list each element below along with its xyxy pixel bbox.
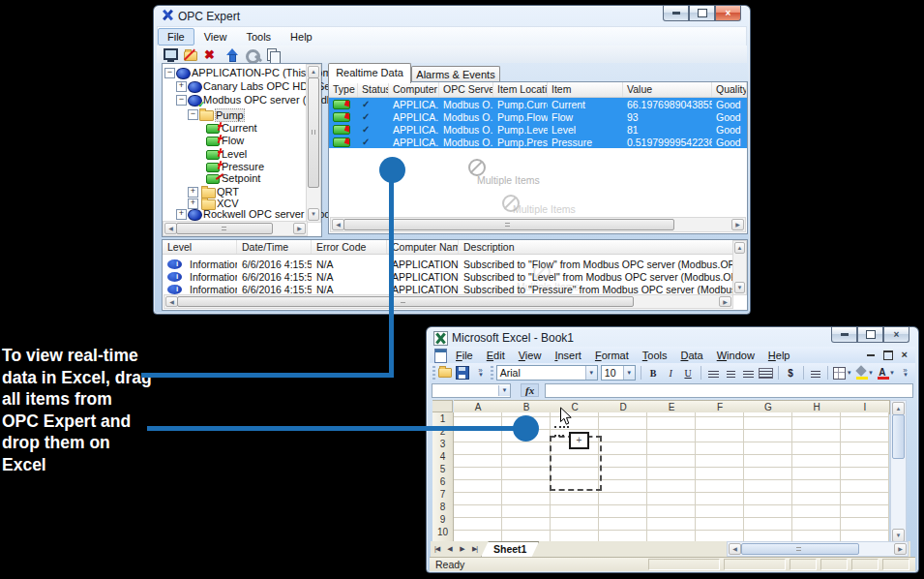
column-header[interactable]: Item — [548, 82, 623, 97]
settings-button[interactable] — [245, 48, 259, 61]
scroll-right-button[interactable]: ▶ — [719, 296, 731, 307]
minimize-button[interactable] — [663, 6, 689, 21]
menu-file[interactable]: File — [158, 28, 194, 46]
row-header-10[interactable]: 10 — [432, 526, 454, 539]
column-header[interactable]: Date/Time — [237, 240, 312, 254]
scroll-thumb[interactable] — [892, 414, 905, 459]
open-button[interactable] — [438, 366, 453, 381]
column-header[interactable]: Item Location — [493, 82, 548, 97]
tree-toggle[interactable]: + — [176, 81, 187, 92]
tree-row[interactable]: Level — [163, 148, 307, 160]
font-name-select[interactable]: Arial▼ — [496, 365, 598, 381]
import-button[interactable] — [224, 48, 239, 61]
font-size-select[interactable]: 10▼ — [601, 365, 636, 381]
table-row[interactable]: ✓ APPLICA... Modbus O... Pump.Flow Flow … — [329, 110, 747, 123]
doc-minimize-icon[interactable] — [867, 354, 875, 356]
connect-button[interactable] — [164, 48, 178, 61]
column-header[interactable]: Error Code — [312, 240, 387, 254]
tree-row[interactable]: −APPLICATION-PC (This Compu — [163, 67, 307, 78]
row-header-9[interactable]: 9 — [432, 513, 454, 527]
delete-button[interactable]: ✖ — [204, 48, 219, 61]
prev-sheet-button[interactable]: ◀ — [443, 545, 456, 553]
column-header[interactable]: Computer Name — [387, 240, 459, 254]
tree-toggle[interactable]: − — [188, 109, 198, 120]
menu-help[interactable]: Help — [761, 349, 797, 362]
formula-input[interactable] — [545, 383, 913, 398]
save-button[interactable] — [456, 366, 470, 381]
menu-data[interactable]: Data — [673, 349, 709, 362]
toolbar-options-button[interactable]: »▼ — [473, 366, 488, 381]
column-header[interactable]: Quality — [712, 82, 747, 97]
tree-row[interactable]: Flow — [163, 135, 307, 146]
tree-row[interactable]: +Rockwell OPC server (Rock — [163, 208, 307, 220]
opc-titlebar[interactable]: OPC Expert — [154, 6, 750, 26]
row-header-8[interactable]: 8 — [432, 501, 454, 514]
scroll-right-button[interactable]: ▶ — [731, 219, 744, 230]
last-sheet-button[interactable]: ▶| — [468, 545, 481, 553]
select-all-corner[interactable] — [432, 400, 453, 412]
row-header-1[interactable]: 1 — [432, 412, 454, 426]
align-left-button[interactable] — [706, 366, 721, 381]
tree-row[interactable]: +QRT — [163, 186, 307, 198]
menu-help[interactable]: Help — [281, 28, 322, 46]
scroll-left-button[interactable]: ◀ — [729, 543, 741, 555]
column-header[interactable]: Level — [163, 240, 237, 254]
italic-button[interactable]: I — [664, 366, 678, 381]
merge-center-button[interactable] — [759, 366, 773, 381]
scroll-down-button[interactable]: ▼ — [308, 208, 319, 221]
toolbar-grip[interactable] — [432, 366, 435, 380]
grid-hscrollbar[interactable]: ◀ ▶ — [727, 541, 909, 557]
log-vscrollbar[interactable]: ▲ ▼ — [732, 240, 747, 295]
tree-item-label[interactable]: Current — [222, 122, 257, 134]
tree-toggle[interactable]: + — [188, 187, 198, 198]
row-header-6[interactable]: 6 — [432, 475, 454, 489]
scroll-thumb[interactable] — [741, 543, 859, 555]
tree-vscrollbar[interactable]: ▲ ▼ — [306, 64, 321, 223]
tab-realtime-data[interactable]: Realtime Data — [328, 63, 411, 83]
tree-hscrollbar[interactable]: ◀ ▶ — [163, 221, 308, 236]
insert-function-button[interactable]: fx — [521, 383, 539, 397]
log-row[interactable]: iInformation 6/6/2016 4:15:5... N/A APPL… — [163, 270, 734, 283]
grid-vscrollbar[interactable]: ▲ ▼ — [890, 400, 907, 544]
menu-view[interactable]: View — [194, 28, 237, 46]
row-header-3[interactable]: 3 — [432, 438, 454, 451]
maximize-button[interactable] — [689, 6, 715, 21]
copy-button[interactable] — [265, 48, 280, 61]
font-color-button[interactable]: A▼ — [877, 366, 895, 381]
scroll-thumb[interactable] — [308, 77, 319, 188]
column-header[interactable]: OPC Server — [439, 82, 493, 97]
row-header-7[interactable]: 7 — [432, 488, 454, 502]
increase-indent-button[interactable] — [808, 366, 822, 381]
close-button[interactable]: × — [883, 327, 909, 343]
toolbar-grip[interactable] — [491, 366, 493, 380]
scroll-right-button[interactable]: ▶ — [293, 223, 306, 234]
table-row[interactable]: ✓ APPLICA... Modbus O... Pump.Level Leve… — [329, 123, 747, 136]
scroll-down-button[interactable]: ▼ — [734, 282, 745, 293]
column-header[interactable]: Description — [459, 240, 734, 254]
borders-button[interactable]: ▼ — [833, 366, 851, 381]
spreadsheet-grid[interactable]: A B C D E F G H I 1 2 3 4 5 6 7 8 9 10 ▲… — [432, 399, 912, 542]
scroll-thumb[interactable] — [176, 223, 273, 234]
column-header[interactable]: Type — [329, 82, 358, 97]
column-header[interactable]: Computer — [389, 82, 439, 97]
scroll-down-button[interactable]: ▼ — [892, 529, 905, 542]
fill-color-button[interactable]: ▼ — [855, 366, 874, 381]
row-header-5[interactable]: 5 — [432, 463, 454, 476]
scroll-up-button[interactable]: ▲ — [734, 242, 745, 254]
underline-button[interactable]: U — [681, 366, 696, 381]
menu-insert[interactable]: Insert — [548, 349, 588, 362]
bold-button[interactable]: B — [646, 366, 661, 381]
column-header[interactable]: Status — [358, 82, 389, 97]
first-sheet-button[interactable]: |◀ — [431, 545, 443, 553]
next-sheet-button[interactable]: ▶ — [456, 545, 468, 553]
tree-item-label[interactable]: Flow — [222, 135, 244, 146]
currency-button[interactable]: $ — [784, 366, 798, 381]
scroll-thumb[interactable] — [177, 296, 634, 307]
log-hscrollbar[interactable]: ◀ ▶ — [164, 294, 733, 309]
maximize-button[interactable] — [857, 327, 883, 343]
tree-toggle[interactable]: + — [176, 209, 187, 220]
tree-item-label[interactable]: Pump — [215, 108, 245, 122]
menu-edit[interactable]: Edit — [480, 349, 512, 362]
tree-row[interactable]: Setpoint — [163, 172, 307, 184]
tree-row[interactable]: −Pump — [163, 108, 307, 120]
